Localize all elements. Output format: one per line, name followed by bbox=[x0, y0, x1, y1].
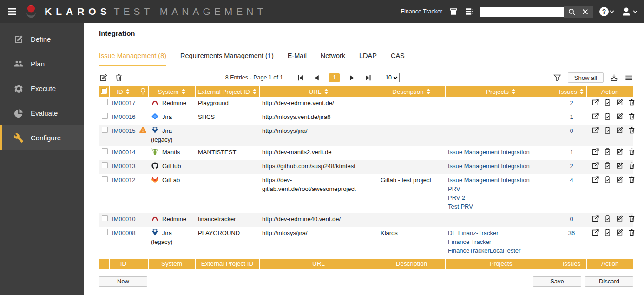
test-connection-button[interactable] bbox=[604, 126, 611, 134]
next-page-icon[interactable] bbox=[348, 74, 356, 81]
open-external-button[interactable] bbox=[591, 229, 599, 236]
project-link[interactable]: DE Finanz-Tracker bbox=[448, 229, 554, 237]
sidebar-item-plan[interactable]: Plan bbox=[0, 52, 84, 76]
sidebar-item-define[interactable]: Define bbox=[0, 27, 84, 52]
project-link[interactable]: Issue Management Integration bbox=[448, 162, 554, 170]
select-all-header[interactable] bbox=[99, 86, 109, 97]
help-icon[interactable]: ? bbox=[599, 7, 609, 16]
delete-button[interactable] bbox=[628, 98, 636, 106]
tab-issue-management[interactable]: Issue Management (8) bbox=[99, 52, 166, 66]
select-all-checkbox[interactable] bbox=[101, 88, 107, 94]
save-button[interactable]: Save bbox=[533, 276, 581, 287]
sidebar-item-execute[interactable]: Execute bbox=[0, 76, 84, 101]
delete-selected-icon[interactable] bbox=[114, 73, 123, 82]
row-checkbox[interactable] bbox=[102, 229, 108, 235]
column-header-description[interactable]: Description bbox=[378, 86, 445, 97]
delete-button[interactable] bbox=[628, 229, 636, 236]
open-external-button[interactable] bbox=[591, 176, 599, 184]
column-header-url[interactable]: URL bbox=[259, 86, 378, 97]
row-checkbox[interactable] bbox=[102, 127, 108, 133]
sidebar-item-evaluate[interactable]: Evaluate bbox=[0, 101, 84, 125]
row-checkbox[interactable] bbox=[102, 148, 108, 154]
column-header-system[interactable]: System bbox=[148, 86, 195, 97]
test-connection-button[interactable] bbox=[604, 98, 611, 106]
sidebar-item-configure[interactable]: Configure bbox=[0, 125, 84, 150]
project-link[interactable]: Finance Tracker bbox=[448, 237, 554, 246]
discard-button[interactable]: Discard bbox=[585, 276, 633, 287]
column-header-external-project-id[interactable]: External Project ID bbox=[195, 86, 259, 97]
test-connection-button[interactable] bbox=[604, 148, 611, 156]
open-external-button[interactable] bbox=[591, 162, 599, 170]
integration-id-link[interactable]: IM00012 bbox=[112, 176, 136, 184]
page-size-select[interactable]: 10 bbox=[383, 73, 400, 82]
tab-ldap[interactable]: LDAP bbox=[359, 52, 377, 66]
issues-count-link[interactable]: 2 bbox=[570, 162, 573, 170]
open-external-button[interactable] bbox=[591, 112, 599, 120]
edit-button[interactable] bbox=[616, 229, 624, 236]
row-checkbox[interactable] bbox=[102, 176, 108, 182]
issues-count-link[interactable]: 1 bbox=[570, 148, 573, 157]
database-queue-icon[interactable] bbox=[465, 7, 474, 16]
test-connection-button[interactable] bbox=[604, 176, 611, 184]
column-header-projects[interactable]: Projects bbox=[445, 86, 557, 97]
delete-button[interactable] bbox=[628, 215, 636, 223]
sort-icon[interactable] bbox=[181, 89, 186, 94]
delete-button[interactable] bbox=[628, 162, 636, 170]
edit-button[interactable] bbox=[616, 148, 624, 156]
sort-icon[interactable] bbox=[125, 89, 130, 94]
column-header-issues[interactable]: Issues bbox=[557, 86, 586, 97]
sort-icon[interactable] bbox=[511, 89, 516, 94]
project-link[interactable]: PRV 2 bbox=[448, 193, 554, 202]
delete-button[interactable] bbox=[628, 126, 636, 134]
edit-button[interactable] bbox=[616, 98, 624, 106]
issues-count-link[interactable]: 1 bbox=[570, 112, 573, 121]
test-connection-button[interactable] bbox=[604, 162, 611, 170]
sort-icon[interactable] bbox=[324, 89, 329, 94]
integration-id-link[interactable]: IM00013 bbox=[112, 162, 136, 170]
last-page-icon[interactable] bbox=[364, 74, 372, 81]
tab-cas[interactable]: CAS bbox=[391, 52, 405, 66]
edit-button[interactable] bbox=[616, 112, 624, 120]
show-all-button[interactable]: Show all bbox=[568, 72, 604, 83]
edit-button[interactable] bbox=[616, 215, 624, 223]
edit-button[interactable] bbox=[616, 162, 624, 170]
project-link[interactable]: FinanceTrackerLocalTester bbox=[448, 246, 554, 255]
sort-icon[interactable] bbox=[579, 89, 584, 94]
new-button[interactable]: New bbox=[99, 276, 147, 287]
integration-id-link[interactable]: IM00015 bbox=[112, 126, 136, 135]
tab-email[interactable]: E-Mail bbox=[288, 52, 307, 66]
row-checkbox[interactable] bbox=[102, 113, 108, 119]
project-link[interactable]: Issue Management Integration bbox=[448, 148, 554, 157]
previous-page-icon[interactable] bbox=[313, 74, 321, 81]
delete-button[interactable] bbox=[628, 176, 636, 184]
test-connection-button[interactable] bbox=[604, 215, 611, 223]
first-page-icon[interactable] bbox=[296, 74, 304, 81]
column-header-id[interactable]: ID bbox=[109, 86, 138, 97]
tab-requirements-management[interactable]: Requirements Management (1) bbox=[180, 52, 274, 66]
current-page-button[interactable]: 1 bbox=[329, 73, 340, 82]
project-link[interactable]: Test PRV bbox=[448, 202, 554, 211]
issues-count-link[interactable]: 4 bbox=[570, 176, 573, 184]
integration-id-link[interactable]: IM00010 bbox=[112, 215, 136, 223]
help-menu[interactable]: ? bbox=[599, 7, 614, 16]
clear-search-icon[interactable] bbox=[581, 8, 589, 16]
filter-icon[interactable] bbox=[553, 73, 562, 82]
user-menu[interactable] bbox=[621, 6, 637, 17]
edit-selected-icon[interactable] bbox=[99, 73, 108, 82]
row-checkbox[interactable] bbox=[102, 162, 108, 168]
issues-count-link[interactable]: 2 bbox=[570, 98, 573, 107]
test-connection-button[interactable] bbox=[604, 229, 611, 236]
open-external-button[interactable] bbox=[591, 126, 599, 134]
search-input[interactable] bbox=[480, 7, 564, 17]
open-external-button[interactable] bbox=[591, 98, 599, 106]
open-external-button[interactable] bbox=[591, 148, 599, 156]
table-menu-icon[interactable] bbox=[624, 73, 633, 82]
project-link[interactable]: Issue Management Integration bbox=[448, 176, 554, 184]
project-link[interactable]: PRV bbox=[448, 184, 554, 193]
issues-count-link[interactable]: 0 bbox=[570, 126, 573, 135]
export-icon[interactable] bbox=[610, 73, 618, 82]
row-checkbox[interactable] bbox=[102, 215, 108, 221]
issues-count-link[interactable]: 36 bbox=[568, 229, 575, 237]
user-icon[interactable] bbox=[621, 6, 632, 17]
edit-button[interactable] bbox=[616, 176, 624, 184]
